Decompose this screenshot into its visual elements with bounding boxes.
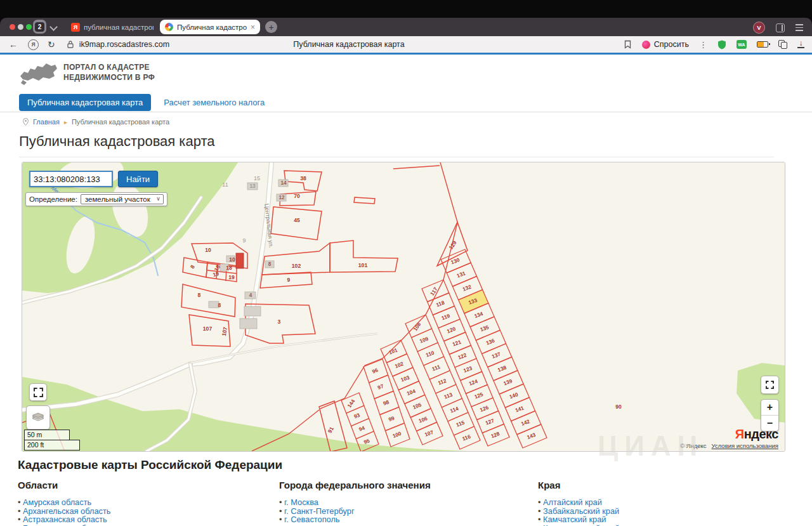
- parcel-label: 107: [203, 325, 213, 332]
- select-chevron-icon: ∨: [156, 195, 160, 202]
- side-panel-icon[interactable]: [776, 23, 785, 32]
- breadcrumb-current: Публичная кадастровая карта: [72, 118, 169, 126]
- tab-title: публичная кадастровая к: [84, 23, 154, 31]
- list-item: Амурская область: [18, 498, 110, 507]
- reload-icon[interactable]: ↻: [48, 39, 55, 49]
- nav-divider: [0, 112, 812, 112]
- chevron-down-icon[interactable]: [49, 23, 58, 31]
- parcel-label: 8: [218, 302, 221, 308]
- nav-tab-public-map[interactable]: Публичная кадастровая карта: [19, 94, 151, 111]
- breadcrumb: Главная ▸ Публичная кадастровая карта: [23, 118, 169, 126]
- parcel-label: 38: [300, 175, 306, 181]
- region-link-list: Алтайский крайЗабайкальский крайКамчатск…: [538, 498, 620, 526]
- building: [240, 319, 257, 329]
- tab-counter[interactable]: 2: [33, 20, 46, 34]
- whatsapp-extension-icon[interactable]: WA: [737, 40, 747, 49]
- building-label: 14: [280, 180, 287, 186]
- region-link[interactable]: г. Севастополь: [284, 515, 339, 524]
- cadastral-number-input[interactable]: [29, 171, 113, 187]
- tab-counter-value: 2: [35, 22, 44, 32]
- parcel-label: 3: [278, 319, 281, 325]
- location-pin-icon: [23, 118, 29, 126]
- more-options-icon[interactable]: ⋮: [699, 40, 707, 49]
- fullscreen-icon: [766, 381, 774, 389]
- omnibox-page-title: Публичная кадастровая карта: [266, 40, 431, 49]
- parcel-label: 90: [615, 404, 622, 410]
- house-number-label: 9: [242, 237, 246, 244]
- list-item: Архангельская область: [18, 507, 110, 516]
- bookmark-icon[interactable]: [624, 40, 632, 49]
- building: [244, 306, 261, 316]
- tab-title: Публичная кадастрова: [177, 23, 247, 31]
- zoom-window-button[interactable]: [26, 24, 32, 30]
- close-tab-icon[interactable]: ×: [251, 23, 255, 32]
- yandex-logo[interactable]: Яндекс: [735, 427, 778, 442]
- terms-link[interactable]: Условия использования: [712, 442, 778, 449]
- close-window-button[interactable]: [10, 24, 15, 30]
- minimize-window-button[interactable]: [18, 24, 23, 30]
- map-search: Найти: [29, 171, 158, 187]
- scale-bar: 50 m 200 ft: [24, 430, 80, 450]
- downloads-icon[interactable]: ↓: [797, 41, 804, 48]
- building-selected[interactable]: [236, 253, 244, 268]
- yandex-profile-icon[interactable]: Я: [28, 39, 39, 50]
- house-number-label: 15: [254, 175, 260, 181]
- ask-button[interactable]: Спросить: [642, 40, 689, 49]
- browser-tab-inactive[interactable]: Я публичная кадастровая к: [71, 21, 154, 34]
- footer-heading: Кадастровые карты Российской Федерации: [18, 458, 282, 472]
- find-button[interactable]: Найти: [118, 171, 158, 187]
- list-item: Алтайский край: [538, 498, 620, 507]
- layers-icon: [32, 412, 44, 423]
- list-item: Забайкальский край: [538, 507, 620, 516]
- battery-icon[interactable]: [757, 41, 768, 48]
- portal-logo-text: ПОРТАЛ О КАДАСТРЕ НЕДВИЖИМОСТИ В РФ: [63, 62, 155, 82]
- watermark: ЦИАН: [598, 430, 704, 462]
- footer-column-title: Города федерального значения: [279, 480, 431, 490]
- definition-select[interactable]: земельный участок ∨: [81, 194, 164, 204]
- parcel-label: 101: [358, 262, 368, 268]
- building-label: 4: [249, 292, 252, 298]
- screen: 2 Я публичная кадастровая к Публичная ка…: [0, 0, 812, 526]
- zoom-in-button[interactable]: +: [761, 400, 778, 416]
- lock-icon: [67, 40, 74, 49]
- definition-control: Определение: земельный участок ∨: [25, 192, 167, 206]
- building: [209, 301, 219, 308]
- list-item: г. Санкт-Петербург: [279, 507, 431, 516]
- fullscreen-button[interactable]: [761, 376, 779, 394]
- menu-icon[interactable]: [796, 24, 803, 30]
- yandex-favicon-icon: Я: [71, 23, 80, 32]
- region-link[interactable]: Краснодарский край: [543, 523, 620, 526]
- breadcrumb-home-link[interactable]: Главная: [33, 118, 60, 126]
- portal-logo-russia-icon: [19, 61, 58, 86]
- list-item: г. Москва: [279, 498, 431, 507]
- v-extension-icon[interactable]: V: [753, 22, 765, 34]
- footer-column: ОбластиАмурская областьАрхангельская обл…: [18, 480, 110, 526]
- region-link[interactable]: Белгородская область: [23, 523, 107, 526]
- browser-tab-bar: 2 Я публичная кадастровая к Публичная ка…: [0, 18, 812, 36]
- parcel-label: 10: [229, 256, 235, 263]
- region-link-list: Амурская областьАрхангельская областьАст…: [18, 498, 110, 526]
- ask-button-label: Спросить: [654, 40, 689, 49]
- parcel-label: 70: [294, 193, 300, 199]
- back-icon[interactable]: ←: [9, 39, 18, 49]
- footer-column-title: Области: [18, 480, 110, 490]
- nav-link-land-tax[interactable]: Расчет земельного налога: [164, 98, 265, 107]
- site-nav: Публичная кадастровая карта Расчет земел…: [19, 94, 265, 111]
- collections-icon[interactable]: [778, 40, 787, 49]
- parcel-label: 45: [294, 217, 300, 223]
- building-label: 8: [268, 261, 272, 267]
- parcel-label: 18: [226, 265, 232, 271]
- breadcrumb-separator: ▸: [64, 119, 67, 126]
- page-title: Публичная кадастровая карта: [19, 133, 215, 150]
- layers-button[interactable]: [26, 405, 50, 430]
- window-controls: [10, 24, 32, 30]
- browser-tab-active[interactable]: Публичная кадастрова ×: [160, 20, 260, 34]
- url-text[interactable]: ik9map.roscadastres.com: [79, 40, 169, 49]
- footer-column-title: Края: [538, 480, 620, 490]
- protect-shield-icon[interactable]: [717, 40, 726, 49]
- definition-label: Определение:: [29, 195, 77, 203]
- measure-area-button[interactable]: [29, 383, 47, 401]
- new-tab-button[interactable]: +: [265, 21, 277, 33]
- scale-feet: 200 ft: [24, 440, 80, 450]
- measure-icon: [34, 388, 43, 397]
